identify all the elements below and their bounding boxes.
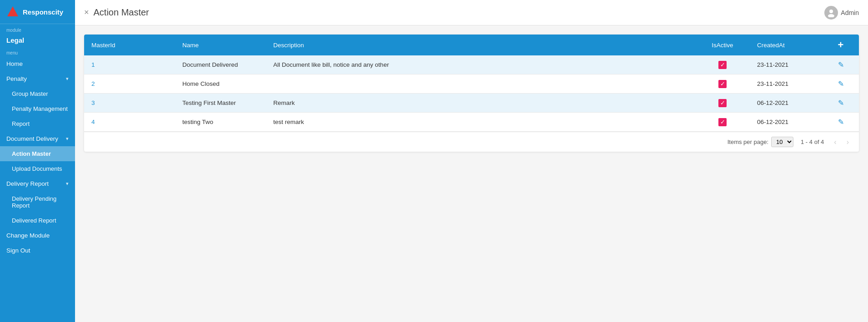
cell-created-at: 06-12-2021: [750, 94, 823, 113]
sidebar-module-name: Legal: [0, 34, 75, 47]
admin-menu[interactable]: Admin: [824, 6, 859, 20]
cell-is-active: ✓: [695, 74, 750, 94]
pagination-bar: Items per page: 10 25 50 1 - 4 of 4 ‹ ›: [84, 132, 859, 152]
checkbox-checked-icon: ✓: [718, 99, 727, 107]
next-page-button[interactable]: ›: [844, 137, 852, 147]
chevron-down-icon: ▾: [66, 136, 69, 142]
sidebar-item-report[interactable]: Report: [0, 116, 75, 131]
cell-is-active: ✓: [695, 55, 750, 74]
page-info: 1 - 4 of 4: [801, 139, 824, 145]
cell-description: test remark: [266, 113, 695, 132]
table-row: 2Home Closed✓23-11-2021✎: [84, 74, 859, 94]
menu-section-label: menu: [0, 47, 75, 56]
cell-actions: ✎: [823, 94, 859, 113]
cell-name: Document Delivered: [175, 55, 266, 74]
svg-marker-0: [7, 6, 18, 16]
col-description: Description: [266, 35, 695, 55]
table-body: 1Document DeliveredAll Document like bil…: [84, 55, 859, 132]
sidebar-item-action-master[interactable]: Action Master: [0, 146, 75, 161]
col-is-active: IsActive: [695, 35, 750, 55]
sidebar-item-home[interactable]: Home: [0, 56, 75, 71]
checkbox-checked-icon: ✓: [718, 61, 727, 69]
edit-button[interactable]: ✎: [838, 118, 844, 126]
admin-label: Admin: [841, 9, 859, 16]
cell-created-at: 23-11-2021: [750, 74, 823, 94]
sidebar: Responscity module Legal menu Home Penal…: [0, 0, 75, 322]
cell-created-at: 06-12-2021: [750, 113, 823, 132]
cell-name: testing Two: [175, 113, 266, 132]
col-name: Name: [175, 35, 266, 55]
svg-point-1: [829, 10, 833, 13]
checkbox-checked-icon: ✓: [718, 118, 727, 126]
sidebar-item-delivered-report[interactable]: Delivered Report: [0, 213, 75, 228]
cell-is-active: ✓: [695, 94, 750, 113]
checkbox-checked-icon: ✓: [718, 80, 727, 88]
edit-button[interactable]: ✎: [838, 60, 844, 69]
main-panel: × Action Master Admin MasterId Name Desc…: [75, 0, 868, 322]
cell-master-id[interactable]: 4: [84, 113, 175, 132]
logo-icon: [6, 5, 19, 18]
cell-is-active: ✓: [695, 113, 750, 132]
items-per-page-control: Items per page: 10 25 50: [728, 137, 793, 147]
cell-master-id[interactable]: 2: [84, 74, 175, 94]
topbar-left: × Action Master: [84, 7, 149, 18]
logo-text: Responscity: [23, 8, 63, 16]
sidebar-item-change-module[interactable]: Change Module: [0, 228, 75, 243]
table-row: 3Testing First MasterRemark✓06-12-2021✎: [84, 94, 859, 113]
sidebar-item-delivery-pending-report[interactable]: Delivery Pending Report: [0, 191, 75, 213]
cell-description: Remark: [266, 94, 695, 113]
table-row: 4testing Twotest remark✓06-12-2021✎: [84, 113, 859, 132]
items-per-page-label: Items per page:: [728, 139, 768, 145]
add-record-button[interactable]: +: [838, 40, 844, 50]
cell-master-id[interactable]: 3: [84, 94, 175, 113]
chevron-down-icon: ▾: [66, 76, 69, 82]
sidebar-item-penalty-management[interactable]: Penalty Management: [0, 101, 75, 116]
topbar: × Action Master Admin: [75, 0, 868, 25]
cell-name: Home Closed: [175, 74, 266, 94]
prev-page-button[interactable]: ‹: [831, 137, 839, 147]
sidebar-item-delivery-report[interactable]: Delivery Report ▾: [0, 176, 75, 191]
cell-actions: ✎: [823, 74, 859, 94]
chevron-down-icon: ▾: [66, 181, 69, 187]
items-per-page-select[interactable]: 10 25 50: [771, 137, 793, 147]
sidebar-item-group-master[interactable]: Group Master: [0, 86, 75, 101]
cell-created-at: 23-11-2021: [750, 55, 823, 74]
edit-button[interactable]: ✎: [838, 99, 844, 107]
sidebar-item-document-delivery[interactable]: Document Delivery ▾: [0, 131, 75, 146]
cell-description: [266, 74, 695, 94]
close-button[interactable]: ×: [84, 8, 89, 17]
content-area: MasterId Name Description IsActive Creat…: [75, 25, 868, 322]
sidebar-item-penalty[interactable]: Penalty ▾: [0, 71, 75, 86]
account-icon: [827, 8, 836, 17]
action-master-table: MasterId Name Description IsActive Creat…: [84, 35, 859, 132]
table-row: 1Document DeliveredAll Document like bil…: [84, 55, 859, 74]
cell-name: Testing First Master: [175, 94, 266, 113]
sidebar-item-sign-out[interactable]: Sign Out: [0, 243, 75, 258]
col-master-id: MasterId: [84, 35, 175, 55]
page-title: Action Master: [94, 7, 149, 18]
cell-actions: ✎: [823, 55, 859, 74]
avatar: [824, 6, 838, 20]
svg-point-2: [828, 14, 834, 17]
sidebar-item-upload-documents[interactable]: Upload Documents: [0, 161, 75, 176]
sidebar-logo[interactable]: Responscity: [0, 0, 75, 24]
table-header-row: MasterId Name Description IsActive Creat…: [84, 35, 859, 55]
cell-description: All Document like bill, notice and any o…: [266, 55, 695, 74]
edit-button[interactable]: ✎: [838, 79, 844, 88]
cell-master-id[interactable]: 1: [84, 55, 175, 74]
col-actions: +: [823, 35, 859, 55]
table-card: MasterId Name Description IsActive Creat…: [84, 35, 859, 152]
module-section-label: module: [0, 24, 75, 34]
cell-actions: ✎: [823, 113, 859, 132]
col-created-at: CreatedAt: [750, 35, 823, 55]
